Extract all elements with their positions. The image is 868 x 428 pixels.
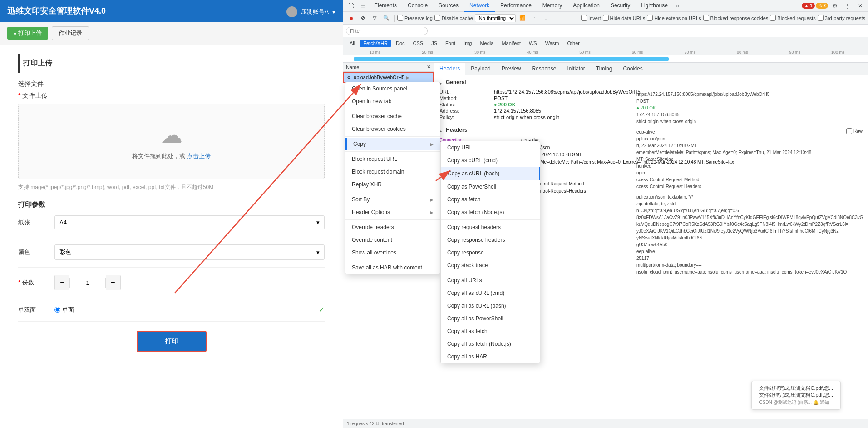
- wifi-icon[interactable]: 📶: [518, 13, 528, 23]
- ctx-override-headers[interactable]: Override headers: [345, 221, 440, 234]
- detail-tab-timing[interactable]: Timing: [591, 63, 618, 75]
- request-item-upload[interactable]: ⚙ uploadJobByWebOrH5 ▶: [343, 72, 434, 83]
- search-network-btn[interactable]: 🔍: [381, 13, 391, 23]
- tab-console[interactable]: Console: [402, 0, 433, 12]
- ctx-copy[interactable]: Copy ▶: [345, 138, 440, 150]
- type-tab-font[interactable]: Font: [442, 40, 459, 47]
- type-tab-media[interactable]: Media: [476, 40, 497, 47]
- copy-stack-trace[interactable]: Copy stack trace: [441, 259, 540, 272]
- copy-curl-bash[interactable]: Copy as cURL (bash): [441, 167, 540, 180]
- type-tab-manifest[interactable]: Manifest: [498, 40, 524, 47]
- duplex-single[interactable]: 单面: [54, 306, 74, 314]
- tab-application[interactable]: Application: [567, 0, 605, 12]
- copy-all-fetch[interactable]: Copy all as fetch: [441, 325, 540, 338]
- copy-all-har[interactable]: Copy all as HAR: [441, 350, 540, 363]
- ctx-override-content[interactable]: Override content: [345, 234, 440, 246]
- copies-decrement[interactable]: −: [55, 275, 69, 290]
- type-tab-img[interactable]: Img: [460, 40, 475, 47]
- blocked-requests-check[interactable]: Blocked requests: [770, 15, 815, 21]
- close-detail-icon[interactable]: ✕: [427, 64, 431, 70]
- tab-security[interactable]: Security: [605, 0, 636, 12]
- settings-icon[interactable]: ⚙: [829, 0, 841, 12]
- print-upload-tab[interactable]: 打印上传: [7, 27, 48, 40]
- type-tab-ws[interactable]: WS: [525, 40, 541, 47]
- tab-performance[interactable]: Performance: [495, 0, 537, 12]
- ctx-block-url[interactable]: Block request URL: [345, 153, 440, 165]
- copy-url[interactable]: Copy URL: [441, 141, 540, 154]
- type-tab-all[interactable]: All: [346, 40, 359, 47]
- url-label: URL:: [439, 89, 494, 95]
- type-tab-css[interactable]: CSS: [409, 40, 427, 47]
- tab-lighthouse[interactable]: Lighthouse: [636, 0, 673, 12]
- filter-input[interactable]: [346, 27, 428, 35]
- print-button[interactable]: 打印: [137, 331, 207, 352]
- copy-fetch[interactable]: Copy as fetch: [441, 193, 540, 206]
- tab-memory[interactable]: Memory: [537, 0, 567, 12]
- app-toolbar: 打印上传 作业记录: [0, 22, 343, 45]
- copies-increment[interactable]: +: [106, 275, 120, 290]
- stop-btn[interactable]: ⊘: [358, 13, 368, 23]
- tab-more[interactable]: »: [673, 0, 682, 12]
- upload-icon-net[interactable]: ↑: [529, 13, 539, 23]
- user-menu-icon[interactable]: ▾: [332, 9, 335, 15]
- close-devtools-icon[interactable]: ✕: [854, 0, 866, 12]
- copy-all-urls[interactable]: Copy all URLs: [441, 274, 540, 287]
- ctx-sort-by[interactable]: Sort By ▶: [345, 193, 440, 206]
- upload-link[interactable]: 点击上传: [187, 153, 211, 159]
- hide-extension-urls-check[interactable]: Hide extension URLs: [647, 15, 701, 21]
- devtools-device-icon[interactable]: ▭: [357, 0, 369, 12]
- color-select[interactable]: 彩色 ▾: [54, 244, 325, 260]
- copy-all-curl-cmd[interactable]: Copy all as cURL (cmd): [441, 287, 540, 299]
- ctx-clear-cache[interactable]: Clear browser cache: [345, 110, 440, 123]
- invert-check[interactable]: Invert: [581, 15, 601, 21]
- ctx-open-tab[interactable]: Open in new tab: [345, 95, 440, 108]
- copy-fetch-node[interactable]: Copy as fetch (Node.js): [441, 206, 540, 219]
- more-options-icon[interactable]: ⋮: [842, 0, 853, 12]
- ctx-replay-xhr[interactable]: Replay XHR: [345, 178, 440, 191]
- detail-tab-preview[interactable]: Preview: [496, 63, 527, 75]
- disable-cache-check[interactable]: Disable cache: [434, 15, 473, 21]
- copy-all-fetch-node[interactable]: Copy all as fetch (Node.js): [441, 338, 540, 350]
- preserve-log-check[interactable]: Preserve log: [397, 15, 433, 21]
- copy-request-headers[interactable]: Copy request headers: [441, 221, 540, 234]
- copy-powershell[interactable]: Copy as PowerShell: [441, 180, 540, 193]
- hide-data-urls-check[interactable]: Hide data URLs: [603, 15, 646, 21]
- ctx-header-options[interactable]: Header Options ▶: [345, 206, 440, 219]
- type-tab-js[interactable]: JS: [428, 40, 441, 47]
- third-party-check[interactable]: 3rd-party requests: [818, 15, 865, 21]
- devtools-inspect-icon[interactable]: ⛶: [345, 0, 357, 12]
- copy-all-curl-bash[interactable]: Copy all as cURL (bash): [441, 299, 540, 312]
- copy-all-powershell[interactable]: Copy all as PowerShell: [441, 312, 540, 325]
- detail-tab-initiator[interactable]: Initiator: [562, 63, 590, 75]
- blocked-cookies-check[interactable]: Blocked response cookies: [703, 15, 769, 21]
- tab-elements[interactable]: Elements: [369, 0, 402, 12]
- ctx-block-domain[interactable]: Block request domain: [345, 165, 440, 178]
- detail-tab-response[interactable]: Response: [526, 63, 562, 75]
- ctx-block-url-label: Block request URL: [352, 156, 397, 162]
- ctx-open-sources[interactable]: Open in Sources panel: [345, 82, 440, 95]
- copy-curl-cmd[interactable]: Copy as cURL (cmd): [441, 154, 540, 167]
- upload-area[interactable]: ☁ 将文件拖到此处，或 点击上传: [18, 104, 325, 179]
- download-icon-net[interactable]: ↓: [541, 13, 551, 23]
- ctx-clear-cookies[interactable]: Clear browser cookies: [345, 123, 440, 135]
- record-tab[interactable]: 作业记录: [52, 26, 89, 40]
- paper-select[interactable]: A4 ▾: [54, 215, 325, 229]
- toolbar-divider-2: [554, 15, 554, 22]
- detail-tab-headers[interactable]: Headers: [434, 63, 465, 75]
- ctx-show-overrides[interactable]: Show all overrides: [345, 246, 440, 259]
- filter-btn[interactable]: ▽: [370, 13, 380, 23]
- detail-tab-payload[interactable]: Payload: [465, 63, 496, 75]
- copy-response-headers[interactable]: Copy response headers: [441, 234, 540, 246]
- tab-network[interactable]: Network: [464, 0, 495, 12]
- throttle-select[interactable]: No throttling: [475, 14, 516, 22]
- timeline-ticks: 10 ms 20 ms 30 ms 40 ms 50 ms 60 ms 70 m…: [343, 49, 868, 55]
- ctx-save-har[interactable]: Save all as HAR with content: [345, 261, 440, 274]
- type-tab-wasm[interactable]: Wasm: [542, 40, 563, 47]
- detail-tab-cookies[interactable]: Cookies: [617, 63, 648, 75]
- record-btn[interactable]: ⏺: [346, 13, 356, 23]
- copy-response[interactable]: Copy response: [441, 246, 540, 259]
- type-tab-other[interactable]: Other: [563, 40, 583, 47]
- type-tab-doc[interactable]: Doc: [392, 40, 409, 47]
- type-tab-fetch-xhr[interactable]: Fetch/XHR: [360, 40, 391, 47]
- tab-sources[interactable]: Sources: [433, 0, 464, 12]
